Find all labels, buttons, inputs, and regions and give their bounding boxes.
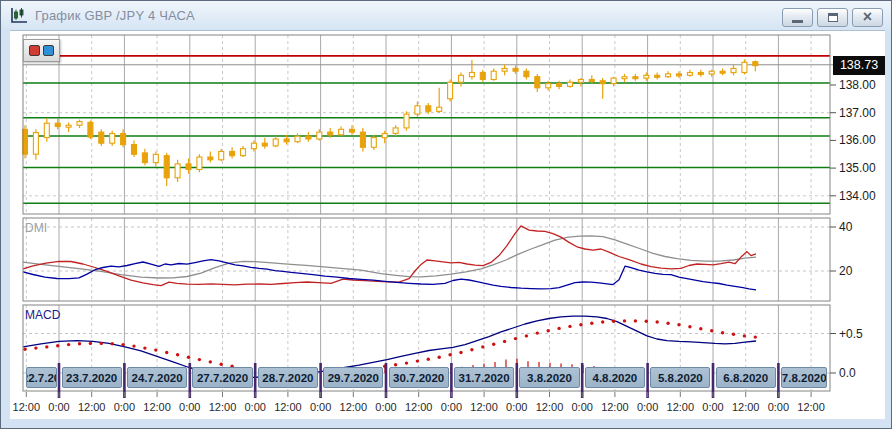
chart-canvas[interactable] bbox=[10, 31, 885, 419]
blue-marker-button[interactable] bbox=[43, 45, 54, 56]
chart-icon bbox=[9, 7, 29, 25]
window-controls: × bbox=[782, 8, 883, 27]
chart-toolbar bbox=[23, 39, 60, 62]
red-marker-button[interactable] bbox=[29, 45, 40, 56]
chart-window: График GBP /JPY 4 ЧАСА × DMI MACD 138.73… bbox=[0, 0, 892, 429]
current-price-badge: 138.73 bbox=[833, 56, 885, 75]
dmi-panel-label: DMI bbox=[25, 221, 47, 235]
restore-button[interactable] bbox=[817, 8, 848, 27]
minimize-button[interactable] bbox=[782, 8, 813, 27]
macd-panel-label: MACD bbox=[25, 308, 60, 322]
chart-client-area: DMI MACD 138.73 138.00137.00136.00135.00… bbox=[10, 30, 885, 419]
restore-icon bbox=[828, 13, 838, 22]
close-button[interactable]: × bbox=[852, 8, 883, 27]
close-icon: × bbox=[863, 9, 872, 25]
window-title: График GBP /JPY 4 ЧАСА bbox=[35, 8, 195, 23]
title-bar[interactable]: График GBP /JPY 4 ЧАСА × bbox=[1, 1, 891, 30]
minimize-icon bbox=[792, 20, 803, 23]
